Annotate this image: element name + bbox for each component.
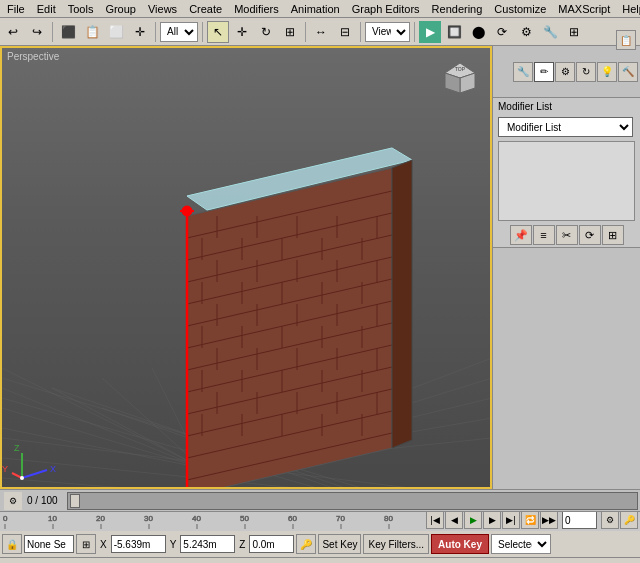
navigation-cube[interactable]: TOP	[440, 58, 480, 98]
prev-frame-button[interactable]: ◀	[445, 511, 463, 529]
redo-button[interactable]: ↪	[26, 21, 48, 43]
menu-help[interactable]: Help	[617, 2, 640, 16]
utilities-tab[interactable]: 🔨	[618, 62, 638, 82]
create-tab[interactable]: 🔧	[513, 62, 533, 82]
selection-filter[interactable]: All	[160, 22, 198, 42]
timeline: ⚙ 0 / 100	[0, 489, 640, 511]
svg-text:50: 50	[240, 514, 249, 523]
svg-line-19	[52, 388, 202, 468]
select-object-button[interactable]: ⬛	[57, 21, 79, 43]
go-start-button[interactable]: |◀	[426, 511, 444, 529]
auto-key-button[interactable]: Auto Key	[431, 534, 489, 554]
svg-line-9	[2, 368, 202, 468]
tb-btn-extra1[interactable]: ⬤	[467, 21, 489, 43]
undo-button[interactable]: ↩	[2, 21, 24, 43]
tb-btn-extra3[interactable]: ⚙	[515, 21, 537, 43]
menu-graph-editors[interactable]: Graph Editors	[347, 2, 425, 16]
tb-btn-extra2[interactable]: ⟳	[491, 21, 513, 43]
viewport-label: Perspective	[7, 51, 59, 62]
bottom-controls-row1: 🔒 ⊞ X Y Z 🔑 Set Key Key Filters... Auto …	[0, 531, 640, 557]
menu-create[interactable]: Create	[184, 2, 227, 16]
svg-text:Y: Y	[2, 464, 8, 474]
time-config-button[interactable]: ⚙	[601, 511, 619, 529]
menu-group[interactable]: Group	[100, 2, 141, 16]
next-frame-button[interactable]: ▶	[483, 511, 501, 529]
menu-animation[interactable]: Animation	[286, 2, 345, 16]
status-bar: Click or click-and-drag to select object…	[0, 557, 640, 563]
hierarchy-tab[interactable]: ⚙	[555, 62, 575, 82]
timeline-frame-label: 0 / 100	[24, 495, 61, 506]
timeline-thumb[interactable]	[70, 494, 80, 508]
menu-customize[interactable]: Customize	[489, 2, 551, 16]
make-unique-button[interactable]: ⊞	[602, 225, 624, 245]
y-label: Y	[168, 539, 179, 550]
material-editor-button[interactable]: 🔲	[443, 21, 465, 43]
menu-bar: File Edit Tools Group Views Create Modif…	[0, 0, 640, 18]
render-button[interactable]: ▶	[419, 21, 441, 43]
menu-views[interactable]: Views	[143, 2, 182, 16]
absolute-mode-button[interactable]: ⊞	[76, 534, 96, 554]
mirror-button[interactable]: ↔	[310, 21, 332, 43]
x-input[interactable]	[111, 535, 166, 553]
menu-maxscript[interactable]: MAXScript	[553, 2, 615, 16]
scene-svg: X Z Y	[2, 48, 490, 487]
svg-marker-26	[187, 168, 392, 487]
frame-number-input[interactable]	[562, 511, 597, 529]
modifier-buttons: 📌 ≡ ✂ ⟳ ⊞	[493, 223, 640, 247]
modifier-list-area[interactable]	[498, 141, 635, 221]
menu-tools[interactable]: Tools	[63, 2, 99, 16]
toolbar-separator-2	[155, 22, 156, 42]
key-mode-button[interactable]: 🔑	[620, 511, 638, 529]
remove-modifier-button[interactable]: ✂	[556, 225, 578, 245]
select-by-name-button[interactable]: 📋	[81, 21, 103, 43]
move-button[interactable]: ✛	[231, 21, 253, 43]
svg-line-22	[2, 428, 202, 468]
axis-indicator: X Z Y	[2, 443, 56, 480]
modifier-dropdown[interactable]: Modifier List	[498, 117, 633, 137]
play-type-button[interactable]: ▶▶	[540, 511, 558, 529]
svg-text:70: 70	[336, 514, 345, 523]
tb-btn-extra4[interactable]: 🔧	[539, 21, 561, 43]
selected-dropdown[interactable]: Selected	[491, 534, 551, 554]
play-button[interactable]: ▶	[464, 511, 482, 529]
reference-coord[interactable]: View	[365, 22, 410, 42]
display-tab[interactable]: 💡	[597, 62, 617, 82]
y-input[interactable]	[180, 535, 235, 553]
rect-select-button[interactable]: ⬜	[105, 21, 127, 43]
none-se-input[interactable]	[24, 535, 74, 553]
rotate-button[interactable]: ↻	[255, 21, 277, 43]
scale-button[interactable]: ⊞	[279, 21, 301, 43]
viewport[interactable]: Perspective TOP	[0, 46, 492, 489]
pin-stack-button[interactable]: 📌	[510, 225, 532, 245]
go-end-button[interactable]: ▶|	[502, 511, 520, 529]
menu-file[interactable]: File	[2, 2, 30, 16]
right-panel: 🔧 ✏ ⚙ ↻ 💡 🔨 📋 Modifier List Modifier Lis…	[492, 46, 640, 489]
select-button[interactable]: ↖	[207, 21, 229, 43]
modifier-list-label: Modifier List	[493, 98, 640, 115]
svg-text:80: 80	[384, 514, 393, 523]
align-button[interactable]: ⊟	[334, 21, 356, 43]
main-area: Perspective TOP	[0, 46, 640, 489]
modifier-list-section: Modifier List Modifier List 📌 ≡ ✂ ⟳ ⊞	[493, 98, 640, 247]
menu-edit[interactable]: Edit	[32, 2, 61, 16]
cross-select-button[interactable]: ✛	[129, 21, 151, 43]
tb-btn-extra5[interactable]: ⊞	[563, 21, 585, 43]
svg-line-20	[2, 388, 202, 468]
set-key-button[interactable]: Set Key	[318, 534, 361, 554]
key-filters-button[interactable]: Key Filters...	[363, 534, 429, 554]
svg-rect-104	[0, 511, 424, 529]
svg-text:Z: Z	[14, 443, 20, 453]
modify-tab[interactable]: ✏	[534, 62, 554, 82]
configure-modifier-button[interactable]: ⟳	[579, 225, 601, 245]
selection-lock-button[interactable]: 🔒	[2, 534, 22, 554]
timeline-settings-button[interactable]: ⚙	[4, 492, 22, 510]
play-loop-button[interactable]: 🔁	[521, 511, 539, 529]
show-all-subtree-button[interactable]: ≡	[533, 225, 555, 245]
menu-rendering[interactable]: Rendering	[427, 2, 488, 16]
options-btn[interactable]: 📋	[616, 30, 636, 50]
motion-tab[interactable]: ↻	[576, 62, 596, 82]
timeline-slider[interactable]	[67, 492, 638, 510]
menu-modifiers[interactable]: Modifiers	[229, 2, 284, 16]
key-icon[interactable]: 🔑	[296, 534, 316, 554]
z-input[interactable]	[249, 535, 294, 553]
